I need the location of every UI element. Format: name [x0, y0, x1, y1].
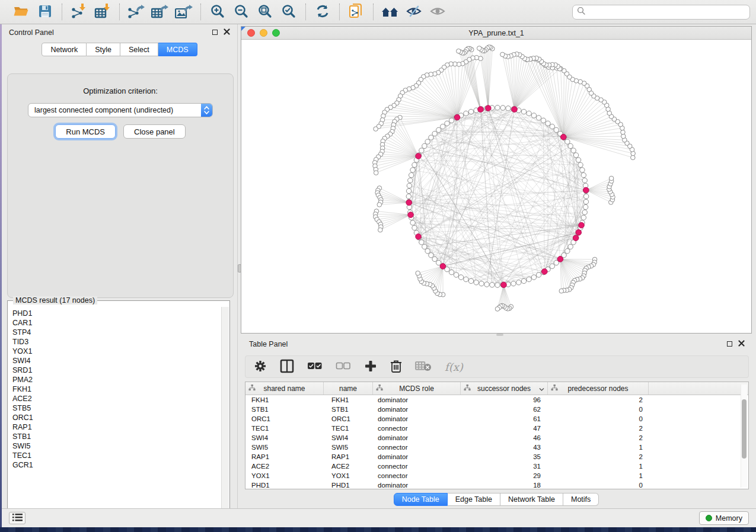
table-row[interactable]: YOX1YOX1connector291: [245, 471, 748, 480]
add-button[interactable]: [364, 360, 377, 374]
mcds-result-scrollbar[interactable]: [221, 307, 229, 520]
mcds-result-item[interactable]: SRD1: [12, 366, 221, 375]
tab-network-table[interactable]: Network Table: [500, 493, 563, 506]
table-row[interactable]: TEC1TEC1connector472: [245, 424, 748, 433]
zoom-selected-icon: [281, 4, 296, 21]
hide-selected-button[interactable]: [403, 2, 425, 21]
mcds-result-item[interactable]: SWI5: [12, 441, 221, 451]
zoom-fit-button[interactable]: [254, 2, 276, 21]
shared-column-icon: [376, 384, 383, 393]
float-panel-icon[interactable]: [212, 30, 218, 35]
column-label: predecessor nodes: [567, 384, 628, 393]
search-input[interactable]: [589, 8, 745, 16]
clone-network-button[interactable]: [346, 2, 367, 21]
column-header-predecessor-nodes[interactable]: predecessor nodes: [548, 382, 649, 395]
tab-node-table[interactable]: Node Table: [394, 493, 448, 506]
node-table: shared namenameMCDS rolesuccessor nodesp…: [245, 382, 749, 489]
mcds-result-item[interactable]: FKH1: [12, 384, 221, 394]
network-titlebar[interactable]: YPA_prune.txt_1: [241, 27, 751, 40]
close-panel-icon[interactable]: [224, 28, 230, 37]
column-header-successor-nodes[interactable]: successor nodes: [461, 382, 548, 395]
mcds-result-item[interactable]: RAP1: [12, 422, 221, 432]
network-graph[interactable]: [241, 40, 751, 333]
float-table-panel-icon[interactable]: [727, 341, 732, 347]
tab-network[interactable]: Network: [42, 43, 87, 56]
mcds-result-item[interactable]: TID3: [12, 337, 221, 347]
mcds-result-list[interactable]: PHD1CAR1STP4TID3YOX1SWI4SRD1PMA2FKH1ACE2…: [8, 307, 221, 520]
show-columns-button[interactable]: [280, 359, 294, 375]
delete-button[interactable]: [390, 359, 402, 375]
select-all-icon: [307, 361, 323, 373]
memory-button[interactable]: Memory: [699, 511, 749, 525]
cell-name: SWI4: [324, 433, 373, 443]
cell-MCDS-role: dominator: [373, 452, 461, 462]
table-row[interactable]: ORC1ORC1dominator610: [245, 414, 748, 424]
table-row[interactable]: STB1STB1dominator620: [245, 405, 748, 414]
import-network-button[interactable]: [68, 2, 90, 21]
cell-successor-nodes: 62: [461, 405, 548, 414]
tab-select[interactable]: Select: [120, 43, 158, 56]
column-header-filler: [649, 382, 748, 395]
table-body: FKH1FKH1dominator962STB1STB1dominator620…: [245, 395, 748, 489]
tab-edge-table[interactable]: Edge Table: [448, 493, 500, 506]
table-row[interactable]: ACE2ACE2connector311: [245, 462, 748, 471]
open-session-button[interactable]: [11, 2, 32, 21]
mcds-result-item[interactable]: SWI4: [12, 356, 221, 366]
mcds-result-item[interactable]: ORC1: [12, 413, 221, 422]
close-table-panel-icon[interactable]: [738, 340, 745, 348]
mcds-result-item[interactable]: STB5: [12, 403, 221, 413]
first-neighbors-button[interactable]: [379, 2, 401, 21]
mcds-result-item[interactable]: PMA2: [12, 375, 221, 384]
cell-name: ACE2: [324, 462, 373, 471]
mcds-result-item[interactable]: STB1: [12, 432, 221, 441]
task-history-button[interactable]: [9, 512, 25, 524]
table-row[interactable]: FKH1FKH1dominator962: [245, 395, 748, 405]
export-network-button[interactable]: [126, 2, 147, 21]
mcds-result-item[interactable]: CAR1: [12, 318, 221, 328]
zoom-out-button[interactable]: [231, 2, 252, 21]
column-header-MCDS-role[interactable]: MCDS role: [373, 382, 461, 395]
run-mcds-button[interactable]: Run MCDS: [55, 124, 116, 139]
table-row[interactable]: RAP1RAP1dominator352: [245, 452, 748, 462]
optimization-criterion-select[interactable]: largest connected component (undirected): [28, 103, 213, 117]
import-table-button[interactable]: [92, 2, 113, 21]
export-network-icon: [127, 4, 145, 21]
zoom-out-icon: [234, 4, 249, 21]
cell-MCDS-role: dominator: [373, 480, 461, 489]
network-title: YPA_prune.txt_1: [241, 29, 751, 37]
show-all-button[interactable]: [427, 2, 448, 21]
zoom-selected-button[interactable]: [278, 2, 299, 21]
mcds-result-item[interactable]: STP4: [12, 328, 221, 337]
table-scrollbar[interactable]: [741, 384, 747, 488]
show-all-icon: [430, 5, 445, 19]
mcds-result-item[interactable]: GCR1: [12, 460, 221, 470]
mcds-result-item[interactable]: PHD1: [12, 309, 221, 318]
function-builder-icon: f(x): [445, 361, 463, 373]
save-session-button[interactable]: [34, 2, 56, 21]
apply-layout-button[interactable]: [312, 2, 333, 21]
column-header-name[interactable]: name: [324, 382, 373, 395]
export-table-button[interactable]: [149, 2, 171, 21]
table-row[interactable]: SWI5SWI5connector431: [245, 443, 748, 452]
zoom-in-button[interactable]: [207, 2, 228, 21]
deselect-all-button[interactable]: [336, 361, 351, 373]
export-image-button[interactable]: [173, 2, 194, 21]
tab-mcds[interactable]: MCDS: [158, 43, 197, 56]
tab-style[interactable]: Style: [87, 43, 120, 56]
tab-motifs[interactable]: Motifs: [563, 493, 599, 506]
cell-shared-name: ORC1: [245, 414, 324, 424]
gear-button[interactable]: [254, 360, 267, 374]
mcds-result-item[interactable]: YOX1: [12, 347, 221, 356]
table-row[interactable]: SWI4SWI4dominator462: [245, 433, 748, 443]
table-scrollbar-thumb[interactable]: [742, 399, 747, 459]
select-all-button[interactable]: [307, 361, 323, 373]
column-header-shared-name[interactable]: shared name: [245, 382, 324, 395]
mcds-result-item[interactable]: TEC1: [12, 451, 221, 460]
table-row[interactable]: PHD1PHD1dominator180: [245, 480, 748, 489]
mcds-result-item[interactable]: ACE2: [12, 394, 221, 403]
search-box[interactable]: [572, 5, 750, 20]
shared-column-icon: [551, 384, 558, 393]
close-panel-button[interactable]: Close panel: [123, 124, 186, 139]
network-canvas[interactable]: [241, 40, 751, 333]
cell-shared-name: ACE2: [245, 462, 324, 471]
